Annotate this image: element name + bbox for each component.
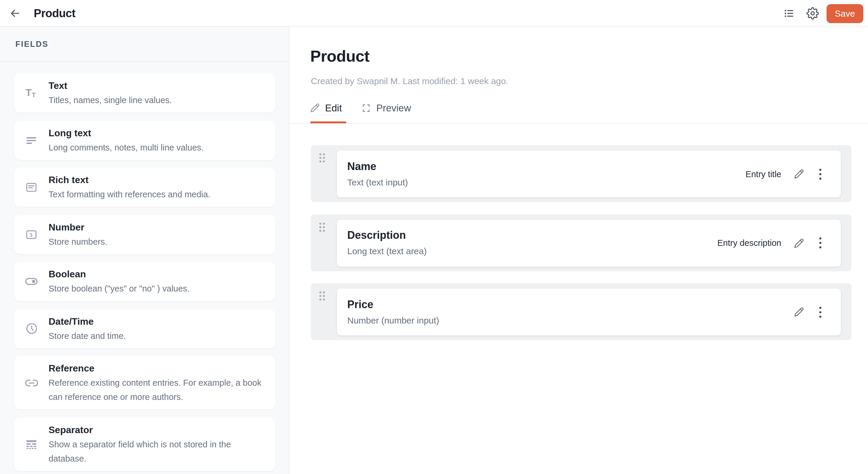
field-actions: Entry description xyxy=(717,236,824,249)
toggle-icon xyxy=(24,274,38,289)
field-name: Name xyxy=(347,159,408,174)
back-button[interactable] xyxy=(8,6,23,21)
pencil-icon xyxy=(310,103,320,113)
field-type-desc: Reference existing content entries. For … xyxy=(49,376,267,409)
field-name: Description xyxy=(347,228,427,243)
field-type-separator[interactable]: Separator Show a separator field which i… xyxy=(14,417,275,471)
number-icon: 3 xyxy=(24,227,38,241)
expand-icon xyxy=(362,103,371,112)
settings-button[interactable] xyxy=(805,6,820,21)
field-badge: Entry description xyxy=(717,238,781,248)
list-view-button[interactable] xyxy=(781,6,796,21)
field-type-desc: Text formatting with references and medi… xyxy=(49,187,267,207)
sidebar-header: FIELDS xyxy=(0,27,289,62)
field-card: Name Text (text input) Entry title xyxy=(337,150,840,197)
tab-preview[interactable]: Preview xyxy=(362,102,411,114)
field-type-title: Text xyxy=(49,80,267,92)
svg-text:T: T xyxy=(26,87,32,98)
field-type-reference[interactable]: Reference Reference existing content ent… xyxy=(14,356,275,409)
field-info: Description Long text (text area) xyxy=(347,228,427,258)
field-type: Long text (text area) xyxy=(347,245,427,258)
window-title: Product xyxy=(34,7,75,20)
field-type-list: T T Text Titles, names, single line valu… xyxy=(0,62,289,474)
field-type-text[interactable]: T T Text Titles, names, single line valu… xyxy=(14,73,275,113)
field-type-title: Reference xyxy=(49,362,267,375)
field-type-title: Date/Time xyxy=(49,315,267,328)
field-type: Text (text input) xyxy=(347,176,408,189)
edit-field-button[interactable] xyxy=(794,307,804,317)
field-name: Price xyxy=(347,297,439,312)
save-button[interactable]: Save xyxy=(827,4,863,23)
field-actions: Entry title xyxy=(745,167,824,180)
tab-label: Edit xyxy=(325,102,342,114)
edit-field-button[interactable] xyxy=(794,238,804,248)
field-row-description: Description Long text (text area) Entry … xyxy=(311,214,851,271)
drag-handle-icon[interactable] xyxy=(318,291,326,300)
field-row-name: Name Text (text input) Entry title xyxy=(311,145,851,202)
field-info: Price Number (number input) xyxy=(347,297,439,327)
page-meta: Created by Swapnil M. Last modified: 1 w… xyxy=(311,75,508,88)
field-type-title: Long text xyxy=(49,126,267,140)
field-row-price: Price Number (number input) xyxy=(311,283,851,340)
field-type-desc: Long comments, notes, multi line values. xyxy=(49,140,267,160)
field-type-boolean[interactable]: Boolean Store boolean ("yes" or "no" ) v… xyxy=(14,262,275,301)
field-type-desc: Store date and time. xyxy=(49,329,267,348)
tab-label: Preview xyxy=(376,102,411,114)
fields-sidebar: FIELDS T T Text Titles, names, single li… xyxy=(0,27,289,474)
document-icon xyxy=(24,180,38,194)
tabs-divider xyxy=(289,123,868,124)
field-type: Number (number input) xyxy=(347,314,439,327)
svg-text:T: T xyxy=(32,91,36,99)
svg-text:3: 3 xyxy=(30,232,33,238)
edit-field-button[interactable] xyxy=(794,169,804,179)
field-type-desc: Show a separator field which is not stor… xyxy=(49,437,267,471)
page-title: Product xyxy=(310,46,369,66)
field-type-number[interactable]: 3 Number Store numbers. xyxy=(14,215,275,254)
kebab-menu-icon[interactable] xyxy=(817,236,824,249)
field-type-title: Number xyxy=(49,221,267,234)
topbar-actions: Save xyxy=(781,0,863,27)
field-type-title: Separator xyxy=(49,423,267,436)
kebab-menu-icon[interactable] xyxy=(817,305,824,319)
field-type-desc: Titles, names, single line values. xyxy=(49,93,267,113)
list-icon xyxy=(783,8,794,19)
gear-icon xyxy=(806,7,818,20)
app-window: Product Save xyxy=(0,0,868,474)
arrow-left-icon xyxy=(9,7,21,20)
field-type-rich-text[interactable]: Rich text Text formatting with reference… xyxy=(14,168,275,207)
kebab-menu-icon[interactable] xyxy=(817,167,824,180)
text-icon: T T xyxy=(24,86,38,100)
field-type-title: Boolean xyxy=(49,268,267,281)
field-card: Price Number (number input) xyxy=(337,289,840,335)
field-type-title: Rich text xyxy=(49,174,267,187)
field-type-datetime[interactable]: Date/Time Store date and time. xyxy=(14,309,275,348)
field-badge: Entry title xyxy=(745,169,781,179)
field-info: Name Text (text input) xyxy=(347,159,408,189)
field-type-long-text[interactable]: Long text Long comments, notes, multi li… xyxy=(14,121,275,160)
separator-icon xyxy=(24,437,38,451)
align-left-icon xyxy=(24,133,38,147)
link-icon xyxy=(24,376,38,390)
drag-handle-icon[interactable] xyxy=(318,222,326,231)
drag-handle-icon[interactable] xyxy=(318,153,326,162)
field-card: Description Long text (text area) Entry … xyxy=(337,219,840,266)
field-type-desc: Store boolean ("yes" or "no" ) values. xyxy=(49,282,267,301)
field-type-desc: Store numbers. xyxy=(49,234,267,254)
tab-edit[interactable]: Edit xyxy=(310,102,342,114)
top-bar: Product Save xyxy=(0,0,868,27)
tab-bar: Edit Preview xyxy=(310,98,411,117)
field-actions xyxy=(794,305,824,319)
clock-icon xyxy=(24,321,38,336)
main-panel: Product Created by Swapnil M. Last modif… xyxy=(289,27,868,474)
